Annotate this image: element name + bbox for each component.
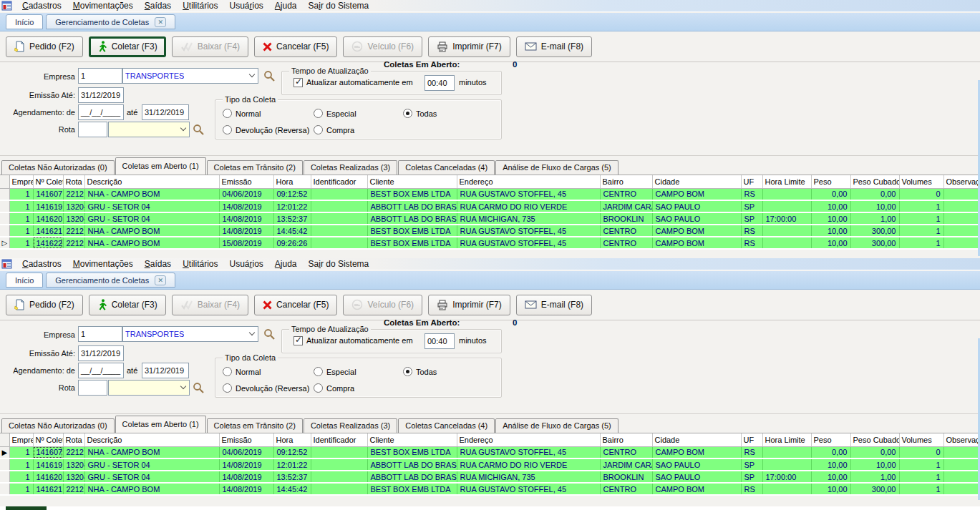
grid-cell[interactable] xyxy=(943,212,980,225)
col-header-rota[interactable]: Rota xyxy=(63,433,84,446)
grid-cell[interactable]: ABBOTT LAB DO BRASI xyxy=(367,471,457,483)
cancelar-button[interactable]: Cancelar (F5) xyxy=(254,36,337,57)
subtab-coletas-nao-autorizadas[interactable]: Coletas Não Autorizadas (0) xyxy=(1,418,115,433)
search-empresa-icon[interactable] xyxy=(263,328,276,340)
grid-cell[interactable]: CENTRO xyxy=(600,188,652,200)
grid-row[interactable]: 11416072212NHA - CAMPO BOM04/06/201909:1… xyxy=(0,188,980,200)
imprimir-button[interactable]: Imprimir (F7) xyxy=(428,295,510,315)
grid-row[interactable]: ▷11416222212NHA - CAMPO BOM15/08/201909:… xyxy=(0,237,980,249)
grid-cell[interactable]: GRU - SETOR 04 xyxy=(84,212,219,225)
empresa-combo[interactable]: TRANSPORTES xyxy=(122,68,258,84)
grid-cell[interactable]: CENTRO xyxy=(600,237,652,249)
menu-item-sair[interactable]: Sair do Sistema xyxy=(303,1,375,11)
agendamento-ate-input[interactable]: 31/12/2019 xyxy=(142,104,189,120)
col-header-emissao[interactable]: Emissão xyxy=(219,175,273,188)
subtab-coletas-em-transito[interactable]: Coletas em Trânsito (2) xyxy=(207,160,303,175)
col-header-hora-limite[interactable]: Hora Limite xyxy=(762,433,811,446)
grid-cell[interactable] xyxy=(762,200,811,212)
grid-cell[interactable]: GRU - SETOR 04 xyxy=(84,471,219,483)
col-header-bairro[interactable]: Bairro xyxy=(600,175,652,188)
grid-cell[interactable]: NHA - CAMPO BOM xyxy=(84,225,219,237)
col-header-descricao[interactable]: Descrição xyxy=(84,433,219,446)
veiculo-button[interactable]: Veículo (F6) xyxy=(343,36,422,57)
menu-item-cadastros[interactable]: Cadastros xyxy=(16,1,67,11)
grid-cell[interactable]: 09:26:26 xyxy=(273,237,311,249)
col-header-peso[interactable]: Peso xyxy=(811,175,850,188)
grid-cell[interactable]: RUA GUSTAVO STOFFEL, 45 xyxy=(457,237,600,249)
radio-especial[interactable]: Especial xyxy=(314,109,356,118)
col-header-n-coleta[interactable]: Nº Coleta xyxy=(33,175,63,188)
grid-row[interactable]: 11416212212NHA - CAMPO BOM14/08/201914:4… xyxy=(0,483,980,495)
emissao-ate-input[interactable]: 31/12/2019 xyxy=(78,345,124,361)
menu-item-cadastros[interactable]: Cadastros xyxy=(16,259,67,269)
grid-cell[interactable]: 300,00 xyxy=(850,237,899,249)
grid-cell[interactable]: 1 xyxy=(899,483,943,495)
empresa-code-input[interactable]: 1 xyxy=(78,68,122,84)
grid-cell[interactable]: 17:00:00 xyxy=(762,471,811,483)
grid-cell[interactable]: BEST BOX EMB LTDA xyxy=(367,237,457,249)
grid-cell[interactable]: 10,00 xyxy=(811,237,850,249)
grid-cell[interactable]: RS xyxy=(741,446,762,458)
grid-cell[interactable]: 04/06/2019 xyxy=(219,446,273,458)
close-tab-icon[interactable]: ✕ xyxy=(155,275,166,285)
grid-cell[interactable] xyxy=(762,237,811,249)
grid-cell[interactable]: 141622 xyxy=(33,237,63,249)
grid-cell[interactable]: 1,00 xyxy=(850,471,899,483)
grid-cell[interactable]: 17:00:00 xyxy=(762,212,811,225)
grid-cell[interactable]: BEST BOX EMB LTDA xyxy=(367,225,457,237)
imprimir-button[interactable]: Imprimir (F7) xyxy=(428,36,510,57)
grid-cell[interactable]: BEST BOX EMB LTDA xyxy=(367,483,457,495)
grid-cell[interactable]: GRU - SETOR 04 xyxy=(84,458,219,471)
grid-cell[interactable]: 09:12:52 xyxy=(273,188,311,200)
tab-inicio[interactable]: Início xyxy=(6,273,43,288)
grid-cell[interactable]: 2212 xyxy=(63,237,84,249)
close-tab-icon[interactable]: ✕ xyxy=(155,17,166,27)
col-header-uf[interactable]: UF xyxy=(741,433,762,446)
grid-cell[interactable]: 1 xyxy=(9,458,33,471)
auto-update-checkbox[interactable] xyxy=(293,78,303,87)
grid-cell[interactable]: 0,00 xyxy=(850,446,899,458)
menu-item-movimentacoes[interactable]: Movimentações xyxy=(67,259,139,269)
grid-cell[interactable] xyxy=(943,200,980,212)
col-header-peso-cubado[interactable]: Peso Cubado xyxy=(850,433,899,446)
grid-cell[interactable]: 2212 xyxy=(63,225,84,237)
grid-cell[interactable]: 10,00 xyxy=(811,483,850,495)
subtab-analise-fluxo-cargas[interactable]: Análise de Fluxo de Cargas (5) xyxy=(495,160,618,175)
grid-cell[interactable]: NHA - CAMPO BOM xyxy=(84,446,219,458)
radio-todas[interactable]: Todas xyxy=(403,109,437,118)
rota-combo[interactable] xyxy=(108,380,190,396)
grid-cell[interactable] xyxy=(762,446,811,458)
grid-cell[interactable]: CAMPO BOM xyxy=(652,483,741,495)
baixar-button[interactable]: Baixar (F4) xyxy=(172,36,248,57)
grid-cell[interactable]: ABBOTT LAB DO BRASI xyxy=(367,458,457,471)
pedido-button[interactable]: Pedido (F2) xyxy=(6,295,83,315)
grid-cell[interactable]: SP xyxy=(741,471,762,483)
grid-cell[interactable]: RUA GUSTAVO STOFFEL, 45 xyxy=(457,188,600,200)
coletar-button[interactable]: Coletar (F3) xyxy=(89,295,166,315)
update-interval-input[interactable]: 00:40 xyxy=(424,75,455,91)
grid-cell[interactable]: 13:52:37 xyxy=(273,471,311,483)
radio-normal[interactable]: Normal xyxy=(223,367,261,376)
grid-cell[interactable]: 1 xyxy=(899,225,943,237)
grid-cell[interactable]: 13204 xyxy=(63,212,84,225)
grid-cell[interactable]: RUA CARMO DO RIO VERDE xyxy=(457,200,600,212)
grid-cell[interactable]: 0 xyxy=(899,188,943,200)
grid-cell[interactable]: 141607 xyxy=(33,188,63,200)
grid-cell[interactable] xyxy=(311,237,367,249)
menu-item-utilitarios[interactable]: Utilitários xyxy=(177,1,223,11)
grid-cell[interactable] xyxy=(762,188,811,200)
search-rota-icon[interactable] xyxy=(192,123,205,136)
grid-cell[interactable]: 1 xyxy=(9,483,33,495)
grid-cell[interactable]: RS xyxy=(741,225,762,237)
grid-cell[interactable]: 1 xyxy=(899,458,943,471)
subtab-coletas-realizadas[interactable]: Coletas Realizadas (3) xyxy=(304,160,397,175)
grid-cell[interactable]: 14/08/2019 xyxy=(219,212,273,225)
grid-cell[interactable]: RS xyxy=(741,483,762,495)
rota-code-input[interactable] xyxy=(78,380,107,396)
grid-cell[interactable]: 14/08/2019 xyxy=(219,483,273,495)
grid-cell[interactable]: RUA GUSTAVO STOFFEL, 45 xyxy=(457,225,600,237)
grid-cell[interactable]: 10,00 xyxy=(811,225,850,237)
grid-cell[interactable] xyxy=(311,188,367,200)
tab-gerenciamento-de-coletas[interactable]: Gerenciamento de Coletas✕ xyxy=(46,14,175,29)
grid-cell[interactable] xyxy=(311,471,367,483)
